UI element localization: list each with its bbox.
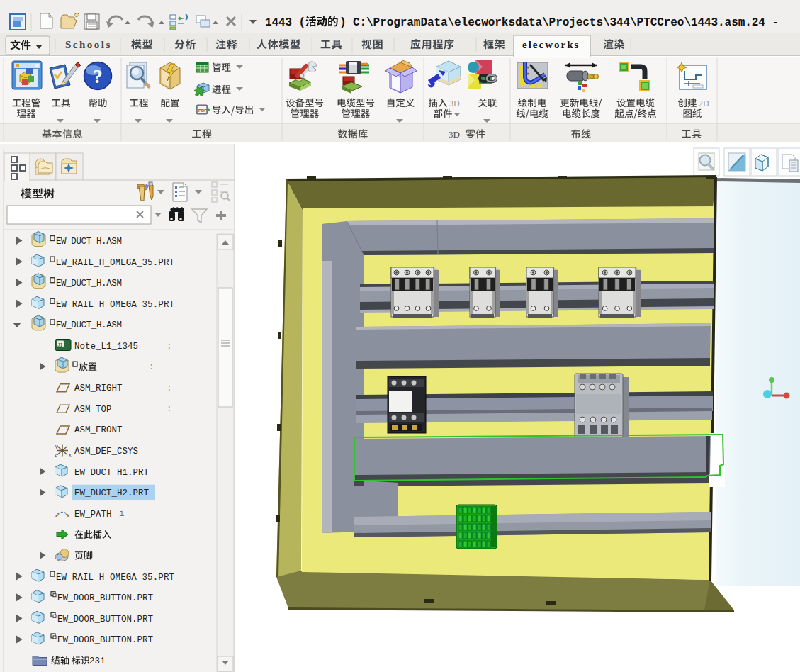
svg-text:Note_L1_1345: Note_L1_1345 xyxy=(74,342,138,352)
svg-text:231: 231 xyxy=(89,656,106,666)
svg-text:ASM_DEF_CSYS: ASM_DEF_CSYS xyxy=(74,447,138,457)
svg-text:1443 (: 1443 ( xyxy=(265,16,305,29)
svg-text:ASM_FRONT: ASM_FRONT xyxy=(74,425,123,435)
svg-text:EW_DUCT_H1.PRT: EW_DUCT_H1.PRT xyxy=(74,468,150,478)
svg-text:z: z xyxy=(55,452,57,457)
svg-text:EW_DUCT_H2.PRT: EW_DUCT_H2.PRT xyxy=(74,488,150,498)
svg-text:J1: J1 xyxy=(57,342,63,347)
svg-text:EW_DUCT_H.ASM: EW_DUCT_H.ASM xyxy=(56,237,122,247)
svg-text:EW_DUCT_H.ASM: EW_DUCT_H.ASM xyxy=(56,320,122,330)
svg-text::: : xyxy=(149,362,154,372)
svg-text:PDF: PDF xyxy=(198,108,207,113)
svg-text:2D: 2D xyxy=(699,99,709,108)
svg-text:C:\ProgramData\elecworksdata\P: C:\ProgramData\elecworksdata\Projects\34… xyxy=(353,16,779,29)
svg-text:EW_RAIL_H_OMEGA_35.PRT: EW_RAIL_H_OMEGA_35.PRT xyxy=(56,573,174,583)
svg-text:?: ? xyxy=(93,66,103,87)
svg-text::: : xyxy=(167,383,172,393)
svg-text:ASM_TOP: ASM_TOP xyxy=(74,405,112,415)
svg-text:i: i xyxy=(119,509,125,519)
svg-text:x: x xyxy=(69,452,72,457)
svg-text:EW_PATH: EW_PATH xyxy=(74,510,112,520)
svg-text:EW_DOOR_BUTTON.PRT: EW_DOOR_BUTTON.PRT xyxy=(57,615,154,625)
svg-text:3D: 3D xyxy=(449,99,460,108)
svg-text:Schools: Schools xyxy=(65,39,112,50)
svg-text:elecworks: elecworks xyxy=(522,39,580,50)
svg-text:): ) xyxy=(339,16,347,29)
svg-text:ASM_RIGHT: ASM_RIGHT xyxy=(74,383,123,393)
svg-text::: : xyxy=(167,404,172,414)
svg-text:EW_RAIL_H_OMEGA_35.PRT: EW_RAIL_H_OMEGA_35.PRT xyxy=(56,300,174,310)
svg-text:EW_RAIL_H_OMEGA_35.PRT: EW_RAIL_H_OMEGA_35.PRT xyxy=(56,258,174,268)
svg-text::: : xyxy=(167,342,172,352)
svg-text:EW_DUCT_H.ASM: EW_DUCT_H.ASM xyxy=(56,279,122,289)
svg-text:EW_DOOR_BUTTON.PRT: EW_DOOR_BUTTON.PRT xyxy=(57,593,154,603)
svg-text:y: y xyxy=(55,444,58,449)
svg-text:3D: 3D xyxy=(449,129,460,140)
svg-text:EW_DOOR_BUTTON.PRT: EW_DOOR_BUTTON.PRT xyxy=(57,635,154,645)
